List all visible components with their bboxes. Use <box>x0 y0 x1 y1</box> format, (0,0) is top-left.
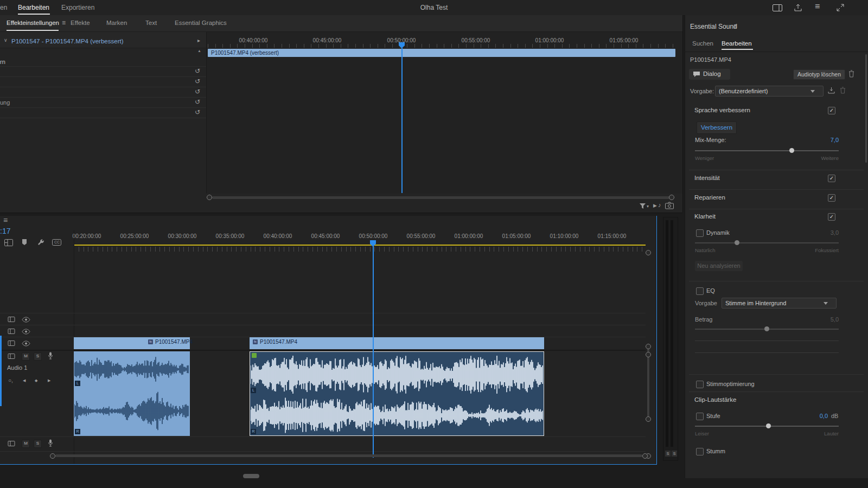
eq-checkbox[interactable] <box>696 287 704 295</box>
meter-solo-left-button[interactable]: S <box>665 450 671 457</box>
zoom-handle-right[interactable] <box>669 195 674 200</box>
tab-effect-settings[interactable]: Effekteinstellungen <box>7 20 59 26</box>
zoom-handle-right[interactable] <box>642 453 648 459</box>
reset-parameter-icon[interactable]: ↺ <box>195 98 200 106</box>
essential-sound-scrollbar[interactable] <box>865 54 867 163</box>
clear-audio-type-button[interactable]: Audiotyp löschen <box>793 69 845 80</box>
track-source-assign-icon[interactable] <box>8 353 15 359</box>
tab-text[interactable]: Text <box>145 20 157 26</box>
filter-properties-icon[interactable] <box>639 203 646 209</box>
reset-parameter-icon[interactable]: ↺ <box>195 88 200 95</box>
eq-preset-dropdown[interactable]: Stimme im Hintergrund <box>722 298 837 309</box>
horizontal-zoom-bar[interactable] <box>55 454 642 457</box>
timeline-playhead[interactable] <box>373 242 374 458</box>
effect-controls-playhead[interactable] <box>401 48 403 193</box>
keyframe-toggle-icon[interactable]: ○, <box>8 377 13 383</box>
track-source-assign-icon[interactable] <box>8 328 15 335</box>
track-visibility-eye-icon[interactable] <box>22 317 30 323</box>
workspace-tab-edit[interactable]: Bearbeiten <box>18 4 49 11</box>
timeline-ruler-ticks[interactable] <box>74 247 646 252</box>
mix-amount-slider-handle[interactable] <box>789 148 794 153</box>
horizontal-zoom-bar[interactable] <box>212 196 670 199</box>
panel-layout-icon[interactable] <box>773 4 782 11</box>
voiceover-mic-icon[interactable] <box>48 352 53 359</box>
mute-checkbox[interactable] <box>696 448 704 455</box>
panel-resize-handle[interactable] <box>243 474 259 478</box>
vertical-scroll-handle[interactable] <box>646 250 651 255</box>
delete-preset-icon[interactable] <box>840 87 846 94</box>
sequence-display-icon[interactable] <box>4 239 13 246</box>
mix-amount-slider[interactable] <box>695 150 839 151</box>
add-marker-icon[interactable] <box>22 239 27 246</box>
video-clip-1[interactable]: fx P1001547.MP4 <box>74 337 190 349</box>
dynamics-slider-handle[interactable] <box>735 240 739 245</box>
dynamics-slider[interactable] <box>695 242 839 243</box>
loudness-checkbox[interactable]: ✓ <box>828 175 835 182</box>
trash-icon[interactable] <box>848 70 854 78</box>
previous-keyframe-icon[interactable]: ◀ <box>23 378 25 383</box>
clip-selector-label[interactable]: P1001547 - P1001547.MP4 (verbessert) <box>11 38 123 44</box>
add-keyframe-icon[interactable]: ◆ <box>35 378 37 383</box>
ruler-ticks[interactable] <box>208 44 676 48</box>
track-visibility-eye-icon[interactable] <box>22 329 30 335</box>
track-visibility-eye-icon[interactable] <box>22 341 30 346</box>
work-area-bar[interactable] <box>74 245 646 246</box>
preset-dropdown[interactable]: (Benutzerdefiniert) <box>715 86 824 97</box>
vertical-scrollbar-thumb[interactable] <box>647 347 649 419</box>
vertical-scroll-handle[interactable] <box>646 352 651 357</box>
export-frame-icon[interactable] <box>665 202 674 209</box>
solo-track-button[interactable]: S <box>34 352 42 361</box>
mute-track-button[interactable]: M <box>22 440 30 448</box>
workspace-tab-export[interactable]: Exportieren <box>61 4 94 11</box>
chevron-down-icon[interactable]: ∨ <box>4 37 8 43</box>
video-audio-divider[interactable] <box>0 350 646 351</box>
app-menu-icon[interactable]: ≡ <box>815 2 820 11</box>
share-icon[interactable] <box>794 3 802 12</box>
mix-amount-value[interactable]: 7,0 <box>818 137 839 143</box>
level-value[interactable]: 0,0 <box>812 413 828 419</box>
meter-solo-right-button[interactable]: S <box>671 450 678 457</box>
effect-controls-clip-bar[interactable]: P1001547.MP4 (verbessert) <box>208 49 675 57</box>
next-keyframe-icon[interactable]: ▶ <box>48 378 50 383</box>
arrow-right-icon[interactable]: ▸ <box>197 37 200 43</box>
tab-bearbeiten[interactable]: Bearbeiten <box>722 40 752 47</box>
repair-checkbox[interactable]: ✓ <box>828 194 835 202</box>
tab-effects[interactable]: Effekte <box>71 20 90 26</box>
tab-suchen[interactable]: Suchen <box>692 40 713 47</box>
video-clip-2[interactable]: fx P1001547.MP4 <box>250 337 544 349</box>
track-source-assign-icon[interactable] <box>8 440 15 447</box>
level-slider-handle[interactable] <box>766 423 771 428</box>
solo-track-button[interactable]: S <box>34 440 42 448</box>
timeline-settings-wrench-icon[interactable] <box>37 239 44 246</box>
dynamics-checkbox[interactable] <box>696 229 704 237</box>
voiceover-mic-icon[interactable] <box>48 439 53 447</box>
essential-sound-panel-menu-icon[interactable]: ≡ <box>733 22 737 30</box>
save-preset-icon[interactable] <box>828 87 835 94</box>
workspace-tab-import[interactable]: en <box>0 4 7 11</box>
collapse-up-icon[interactable]: ▲ <box>197 49 201 53</box>
vertical-scroll-handle[interactable] <box>646 344 651 349</box>
mute-track-button[interactable]: M <box>22 352 30 361</box>
fullscreen-icon[interactable] <box>837 4 844 11</box>
level-checkbox[interactable] <box>696 413 704 420</box>
reset-parameter-icon[interactable]: ↺ <box>195 78 200 85</box>
track-source-assign-icon[interactable] <box>8 316 15 323</box>
vertical-scroll-handle[interactable] <box>646 416 651 422</box>
enhance-speech-checkbox[interactable]: ✓ <box>828 107 835 114</box>
timeline-panel-menu-icon[interactable]: ≡ <box>3 216 8 224</box>
reanalyze-button[interactable]: Neu analysieren <box>695 261 743 271</box>
zoom-handle-left[interactable] <box>207 195 212 200</box>
clarity-checkbox[interactable]: ✓ <box>828 213 835 221</box>
tab-essential-graphics[interactable]: Essential Graphics <box>175 20 227 26</box>
play-audio-icon[interactable]: ▶ <box>653 203 657 208</box>
track-source-assign-icon[interactable] <box>8 340 15 346</box>
voice-enhance-checkbox[interactable] <box>696 381 704 388</box>
reset-parameter-icon[interactable]: ↺ <box>195 67 200 75</box>
verbessern-button[interactable]: Verbessern <box>697 121 737 134</box>
effect-controls-panel-menu-icon[interactable]: ≡ <box>62 19 66 27</box>
amount-slider-handle[interactable] <box>764 326 769 331</box>
tab-markers[interactable]: Marken <box>106 20 127 26</box>
zoom-handle-left[interactable] <box>50 453 55 459</box>
timeline-timecode[interactable]: :17 <box>0 227 10 235</box>
reset-parameter-icon[interactable]: ↺ <box>195 108 200 116</box>
